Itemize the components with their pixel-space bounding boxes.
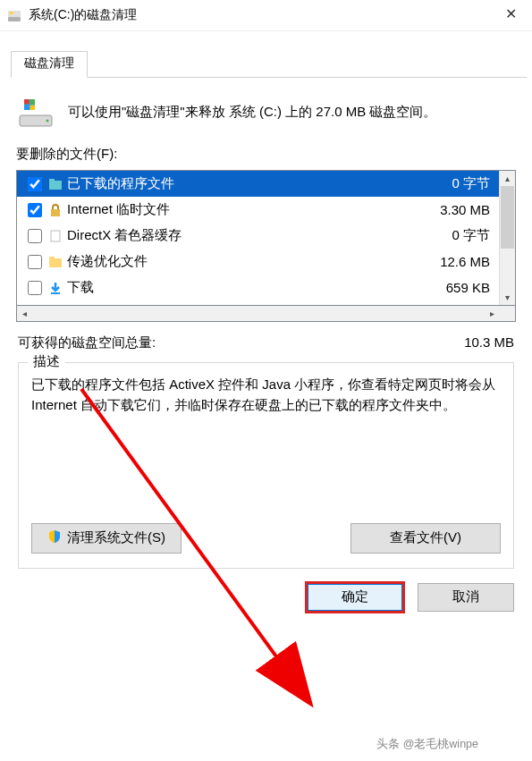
shield-icon bbox=[47, 529, 62, 546]
total-value: 10.3 MB bbox=[464, 334, 514, 351]
file-name: 传递优化文件 bbox=[67, 253, 418, 270]
file-size: 3.30 MB bbox=[418, 202, 494, 217]
app-icon bbox=[7, 8, 21, 22]
scroll-thumb[interactable] bbox=[501, 186, 514, 249]
scroll-right-icon[interactable]: ▸ bbox=[485, 306, 500, 321]
svg-rect-9 bbox=[30, 106, 36, 111]
folder2-icon bbox=[47, 254, 63, 270]
description-group: 描述 已下载的程序文件包括 ActiveX 控件和 Java 小程序，你查看特定… bbox=[18, 362, 514, 569]
file-name: Internet 临时文件 bbox=[67, 201, 418, 218]
close-button[interactable]: ✕ bbox=[491, 2, 530, 29]
svg-rect-7 bbox=[30, 99, 36, 105]
file-row[interactable]: 传递优化文件12.6 MB bbox=[17, 249, 499, 275]
horizontal-scrollbar[interactable]: ◂ ▸ bbox=[16, 306, 516, 322]
file-row[interactable]: 下载659 KB bbox=[17, 275, 499, 300]
svg-rect-0 bbox=[8, 17, 21, 21]
svg-rect-16 bbox=[51, 292, 60, 294]
file-row[interactable]: Internet 临时文件3.30 MB bbox=[17, 197, 499, 223]
svg-rect-12 bbox=[51, 209, 60, 216]
watermark: 头条 @老毛桃winpe bbox=[376, 737, 478, 752]
folder-icon bbox=[47, 176, 63, 192]
file-name: DirectX 着色器缓存 bbox=[67, 227, 418, 244]
file-list[interactable]: 已下载的程序文件0 字节Internet 临时文件3.30 MBDirectX … bbox=[16, 170, 516, 306]
clean-system-files-button[interactable]: 清理系统文件(S) bbox=[31, 523, 182, 554]
files-label: 要删除的文件(F): bbox=[16, 146, 516, 163]
description-legend: 描述 bbox=[28, 353, 65, 370]
total-label: 可获得的磁盘空间总量: bbox=[18, 334, 156, 351]
file-row[interactable]: DirectX 着色器缓存0 字节 bbox=[17, 223, 499, 249]
description-text: 已下载的程序文件包括 ActiveX 控件和 Java 小程序，你查看特定网页时… bbox=[31, 374, 501, 416]
svg-point-4 bbox=[46, 120, 49, 123]
scroll-left-icon[interactable]: ◂ bbox=[17, 306, 32, 321]
vertical-scrollbar[interactable]: ▴ ▾ bbox=[499, 171, 515, 305]
svg-rect-15 bbox=[49, 257, 55, 260]
file-row[interactable]: 已下载的程序文件0 字节 bbox=[17, 171, 499, 197]
cancel-button[interactable]: 取消 bbox=[418, 583, 514, 612]
svg-rect-2 bbox=[10, 12, 13, 14]
summary: 可以使用"磁盘清理"来释放 系统 (C:) 上的 27.0 MB 磁盘空间。 bbox=[18, 94, 514, 130]
summary-text: 可以使用"磁盘清理"来释放 系统 (C:) 上的 27.0 MB 磁盘空间。 bbox=[68, 102, 436, 123]
file-icon bbox=[47, 228, 63, 244]
file-checkbox[interactable] bbox=[28, 255, 42, 269]
scroll-down-icon[interactable]: ▾ bbox=[500, 290, 515, 305]
svg-rect-8 bbox=[24, 106, 30, 111]
dialog-footer: 确定 取消 bbox=[0, 569, 532, 628]
file-name: 已下载的程序文件 bbox=[67, 175, 418, 192]
view-files-button[interactable]: 查看文件(V) bbox=[350, 523, 501, 554]
file-size: 0 字节 bbox=[418, 175, 494, 192]
file-checkbox[interactable] bbox=[28, 229, 42, 243]
window-title: 系统(C:)的磁盘清理 bbox=[29, 7, 491, 23]
file-size: 0 字节 bbox=[418, 227, 494, 244]
file-checkbox[interactable] bbox=[28, 177, 42, 191]
file-size: 659 KB bbox=[418, 280, 494, 295]
svg-rect-11 bbox=[49, 179, 55, 182]
file-size: 12.6 MB bbox=[418, 254, 494, 269]
download-icon bbox=[47, 280, 63, 296]
titlebar: 系统(C:)的磁盘清理 ✕ bbox=[0, 0, 532, 31]
lock-icon bbox=[47, 202, 63, 218]
scroll-up-icon[interactable]: ▴ bbox=[500, 171, 515, 186]
file-checkbox[interactable] bbox=[28, 281, 42, 295]
file-name: 下载 bbox=[67, 279, 418, 296]
file-checkbox[interactable] bbox=[28, 203, 42, 217]
tab-disk-cleanup[interactable]: 磁盘清理 bbox=[11, 51, 88, 78]
drive-icon bbox=[18, 94, 54, 130]
tab-strip: 磁盘清理 bbox=[11, 51, 527, 78]
total-row: 可获得的磁盘空间总量: 10.3 MB bbox=[18, 334, 514, 351]
svg-rect-6 bbox=[24, 99, 30, 105]
svg-rect-13 bbox=[51, 231, 60, 241]
clean-system-label: 清理系统文件(S) bbox=[67, 529, 165, 546]
ok-button[interactable]: 确定 bbox=[307, 583, 403, 612]
